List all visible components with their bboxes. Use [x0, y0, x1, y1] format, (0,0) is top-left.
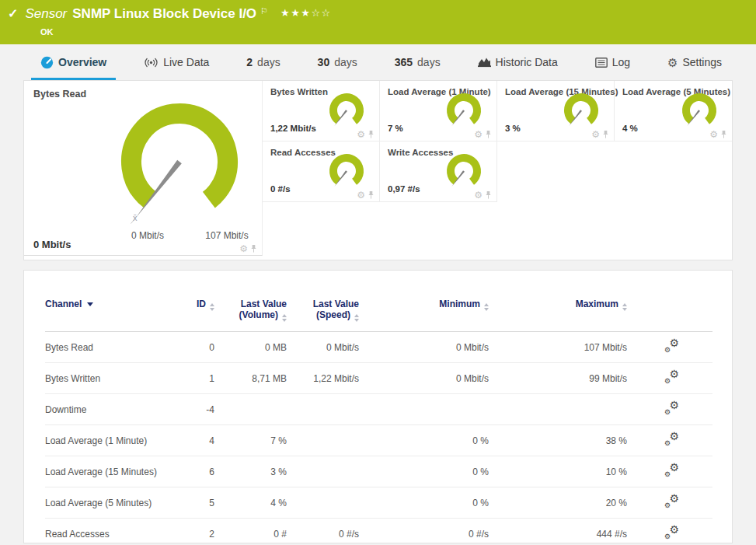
gear-icon[interactable]: ⚙ [474, 130, 483, 139]
pin-icon[interactable] [250, 245, 257, 253]
tab-historic-data[interactable]: Historic Data [469, 44, 567, 80]
last-value-speed [287, 425, 359, 456]
last-value-speed [287, 394, 359, 425]
page-title: SNMP Linux Block Device I/O [72, 5, 256, 23]
pin-icon[interactable] [368, 131, 375, 138]
maximum-value: 107 Mbit/s [489, 332, 627, 363]
channel-settings-icon[interactable]: ⚙⚙ [664, 340, 680, 352]
sensor-header: ✓ Sensor SNMP Linux Block Device I/O ⚐ ★… [0, 0, 756, 44]
channel-name[interactable]: Downtime [45, 394, 162, 425]
pin-icon[interactable] [485, 191, 492, 199]
last-value-volume: 4 % [214, 487, 287, 519]
channel-name[interactable]: Read Accesses [45, 519, 162, 544]
channel-settings-icon[interactable]: ⚙⚙ [664, 433, 680, 445]
channel-settings-icon[interactable]: ⚙⚙ [664, 495, 680, 508]
tab-2-days[interactable]: 2 days [237, 44, 289, 80]
channel-settings-icon[interactable]: ⚙⚙ [664, 402, 680, 414]
last-value-speed [287, 487, 359, 519]
empty-gauge-cell [497, 141, 732, 202]
table-row[interactable]: Load Average (5 Minutes) 5 4 % 0 % 20 % … [45, 487, 712, 519]
table-row[interactable]: Read Accesses 2 0 # 0 #/s 0 #/s 444 #/s … [45, 519, 712, 544]
channel-name[interactable]: Load Average (5 Minutes) [45, 487, 162, 519]
average-marker: x̄ [133, 213, 138, 222]
channel-id: 2 [162, 519, 214, 544]
gear-icon[interactable]: ⚙ [591, 130, 600, 139]
tab-live-data[interactable]: Live Data [134, 44, 218, 80]
tab-number: 2 [246, 56, 253, 68]
tab-label: days [417, 56, 441, 68]
col-label: ID [197, 299, 206, 309]
gauge-value: 7 % [388, 124, 403, 133]
last-value-volume: 0 MB [214, 332, 287, 363]
tab-30-days[interactable]: 30 days [308, 44, 367, 80]
primary-gauge-cell: Bytes Read x̄ 0 Mbit/s 107 Mbit/s 0 Mbit… [24, 81, 263, 256]
channel-settings-icon[interactable]: ⚙⚙ [664, 526, 680, 539]
table-row[interactable]: Load Average (15 Minutes) 6 3 % 0 % 10 %… [45, 456, 712, 487]
sort-desc-icon [87, 302, 93, 306]
table-row[interactable]: Downtime -4 ⚙⚙ [45, 394, 712, 425]
last-value-volume: 7 % [214, 425, 287, 456]
col-maximum[interactable]: Maximum [489, 299, 627, 332]
pin-icon[interactable] [368, 191, 375, 199]
maximum-value: 20 % [489, 487, 627, 519]
gauge-tools: ⚙ [357, 130, 375, 139]
table-row[interactable]: Bytes Read 0 0 MB 0 Mbit/s 0 Mbit/s 107 … [45, 332, 712, 363]
gear-icon[interactable]: ⚙ [239, 244, 248, 253]
object-kind-label: Sensor [25, 5, 67, 23]
gauge-tools: ⚙ [591, 130, 609, 139]
log-icon [595, 58, 608, 68]
gear-icon[interactable]: ⚙ [357, 190, 365, 200]
tab-settings[interactable]: ⚙ Settings [658, 44, 731, 80]
channel-name[interactable]: Load Average (15 Minutes) [45, 456, 162, 487]
gauge-tools: ⚙ [474, 190, 492, 200]
col-last-value-volume[interactable]: Last Value (Volume) [214, 299, 287, 332]
flag-icon[interactable]: ⚐ [260, 6, 268, 16]
pin-icon[interactable] [485, 131, 492, 138]
minimum-value: 0 #/s [359, 519, 489, 544]
gauge-dial [559, 91, 604, 131]
pin-icon[interactable] [720, 131, 727, 138]
channels-panel: Channel ID Last Value (Volume) Last Valu… [23, 270, 733, 543]
priority-stars[interactable]: ★★★☆☆ [280, 5, 332, 21]
col-id[interactable]: ID [162, 299, 214, 332]
gear-icon[interactable]: ⚙ [709, 130, 718, 139]
gear-icon[interactable]: ⚙ [357, 130, 365, 139]
gauges-panel: Bytes Read x̄ 0 Mbit/s 107 Mbit/s 0 Mbit… [23, 80, 733, 260]
last-value-speed: 0 #/s [287, 519, 359, 544]
sort-icon [622, 303, 627, 311]
tab-label: Settings [682, 56, 722, 68]
gear-icon[interactable]: ⚙ [474, 190, 483, 200]
gauge-cell-read-accesses: Read Accesses 0 #/s ⚙ [263, 141, 380, 202]
sort-icon [210, 303, 214, 311]
maximum-value: 10 % [489, 456, 627, 487]
maximum-value: 444 #/s [489, 519, 627, 544]
col-last-value-speed[interactable]: Last Value (Speed) [287, 299, 359, 332]
channel-id: 6 [162, 456, 214, 487]
gauge-value: 4 % [622, 124, 638, 133]
gauge-dial [441, 91, 486, 131]
area-chart-icon [478, 57, 491, 68]
last-value-speed: 1,22 Mbit/s [287, 363, 359, 394]
channel-name[interactable]: Load Average (1 Minute) [45, 425, 162, 456]
col-minimum[interactable]: Minimum [359, 299, 489, 332]
tab-365-days[interactable]: 365 days [385, 44, 450, 80]
tab-number: 30 [318, 56, 330, 68]
channel-settings-icon[interactable]: ⚙⚙ [664, 371, 680, 383]
gauge-value: 3 % [505, 124, 521, 133]
tab-overview[interactable]: Overview [31, 44, 116, 80]
channel-name[interactable]: Bytes Read [45, 332, 162, 363]
col-channel[interactable]: Channel [45, 299, 162, 332]
channel-settings-icon[interactable]: ⚙⚙ [664, 464, 680, 477]
table-row[interactable]: Load Average (1 Minute) 4 7 % 0 % 38 % ⚙… [45, 425, 712, 456]
tab-log[interactable]: Log [586, 44, 639, 80]
gauge-value: 0 #/s [270, 184, 291, 194]
pin-icon[interactable] [602, 131, 609, 138]
table-row[interactable]: Bytes Written 1 8,71 MB 1,22 Mbit/s 0 Mb… [45, 363, 712, 394]
tab-label: Live Data [163, 56, 209, 68]
broadcast-icon [144, 58, 159, 68]
sort-icon [282, 314, 287, 322]
last-value-speed [287, 456, 359, 487]
channel-name[interactable]: Bytes Written [45, 363, 162, 394]
minimum-value [359, 394, 489, 425]
sort-icon [354, 314, 359, 322]
